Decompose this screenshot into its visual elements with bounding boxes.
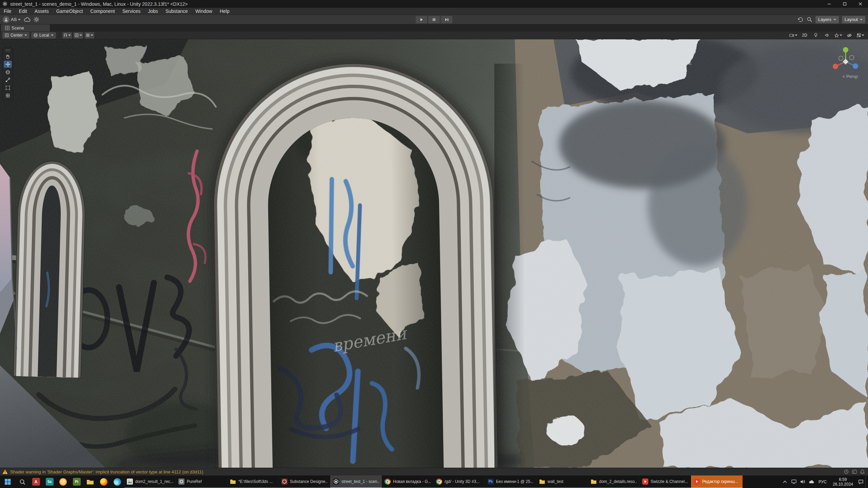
menu-assets[interactable]: Assets: [31, 8, 53, 15]
taskbar-window-walltest[interactable]: wall_test: [536, 475, 588, 488]
bell-icon[interactable]: [860, 469, 865, 474]
folder-icon: [86, 479, 94, 485]
pivot-mode-dropdown[interactable]: Center: [2, 32, 29, 39]
gizmo-z-axis[interactable]: [853, 63, 858, 69]
tray-cloud-icon[interactable]: [807, 480, 816, 484]
eye-hidden-icon: [847, 34, 852, 37]
step-button[interactable]: [441, 16, 452, 23]
camera-settings-dropdown[interactable]: [789, 32, 798, 39]
2d-mode-toggle[interactable]: 2D: [800, 32, 809, 39]
folder-icon: [539, 479, 545, 485]
taskbar-window-substance-designer[interactable]: Substance Designe...: [279, 475, 330, 488]
layout-dropdown[interactable]: Layout: [842, 16, 865, 23]
console-warning[interactable]: Shader warning in 'Shader Graphs/Master'…: [2, 469, 203, 474]
console-icon[interactable]: [852, 469, 857, 474]
gear-icon[interactable]: [34, 17, 39, 22]
projection-label[interactable]: < Persp: [843, 74, 858, 79]
pinned-edge[interactable]: [111, 475, 124, 488]
language-indicator[interactable]: РУС: [816, 480, 829, 484]
start-button[interactable]: [0, 475, 16, 488]
main-toolbar: AS: [0, 15, 868, 24]
effects-dropdown[interactable]: [833, 32, 843, 39]
taskbar-window-photoshop[interactable]: Ps Без имени-1 @ 25...: [485, 475, 536, 488]
tray-volume-icon[interactable]: [798, 480, 807, 484]
increment-snap-dropdown[interactable]: [74, 32, 83, 39]
grain-overlay: [0, 39, 868, 468]
menu-gameobject[interactable]: GameObject: [53, 8, 87, 15]
menu-help[interactable]: Help: [216, 8, 233, 15]
taskbar-window-screenshot-editor[interactable]: Редактор скринш...: [691, 475, 743, 488]
close-button[interactable]: [852, 0, 868, 8]
tray-clock[interactable]: 6:59 26.10.2024: [829, 477, 856, 487]
minimize-button[interactable]: [821, 0, 837, 8]
audio-toggle[interactable]: [822, 32, 832, 39]
menu-window[interactable]: Window: [192, 8, 216, 15]
gizmo-center-cube[interactable]: [843, 59, 849, 65]
menu-component[interactable]: Component: [86, 8, 118, 15]
view-tool-button[interactable]: [4, 53, 12, 60]
menu-substance[interactable]: Substance: [162, 8, 192, 15]
menu-jobs[interactable]: Jobs: [144, 8, 162, 15]
taskbar-window-label: *E:\files\Soft\3ds ...: [238, 479, 273, 484]
taskbar-window-image-viewer[interactable]: dom2_result_1_rec...: [124, 475, 176, 488]
layers-dropdown[interactable]: Layers: [815, 16, 839, 23]
taskbar-window-unity[interactable]: street_test_1 - scen...: [330, 475, 382, 488]
move-tool-button[interactable]: [4, 61, 12, 68]
account-dropdown[interactable]: AS: [3, 16, 21, 23]
activity-icon[interactable]: [844, 469, 849, 474]
cloud-icon[interactable]: [24, 17, 31, 22]
taskbar-window-youtube-swizzle[interactable]: Swizzle & Channel...: [639, 475, 691, 488]
play-button[interactable]: [416, 16, 427, 23]
menu-edit[interactable]: Edit: [15, 8, 31, 15]
tray-expand-button[interactable]: [781, 481, 789, 483]
taskbar-window-pureref[interactable]: PureRef: [176, 475, 227, 488]
substance-designer-icon: [281, 479, 288, 485]
taskbar-window-explorer[interactable]: *E:\files\Soft\3ds ...: [227, 475, 279, 488]
undo-history-icon[interactable]: [797, 17, 804, 23]
rotate-tool-button[interactable]: [4, 68, 12, 76]
pause-button[interactable]: [428, 16, 440, 23]
scene-viewport[interactable]: времени: [0, 39, 868, 468]
taskbar-search-button[interactable]: [16, 475, 29, 488]
chevron-down-icon: [68, 35, 71, 37]
gizmos-dropdown[interactable]: [856, 32, 865, 39]
pivot-icon: [5, 33, 9, 37]
pinned-app-orange[interactable]: [56, 475, 70, 488]
gizmo-x-axis[interactable]: [833, 64, 838, 69]
tray-display-icon[interactable]: [789, 480, 798, 484]
play-controls: [416, 16, 452, 23]
avatar: [3, 16, 9, 23]
scale-tool-button[interactable]: [4, 76, 12, 83]
lighting-toggle[interactable]: [811, 32, 821, 39]
transform-tool-button[interactable]: [4, 92, 12, 99]
show-desktop-button[interactable]: [865, 475, 868, 488]
taskbar-window-chrome-gd[interactable]: /gd/ - Unity 3D #3...: [433, 475, 485, 488]
rect-tool-button[interactable]: [4, 84, 12, 91]
taskbar-window-chrome-newtab[interactable]: Новая вкладка - G...: [382, 475, 433, 488]
maximize-button[interactable]: [837, 0, 852, 8]
pinned-file-explorer[interactable]: [83, 475, 97, 488]
unity-icon: [333, 479, 339, 485]
gizmo-y-axis[interactable]: [843, 47, 848, 53]
windows-taskbar: A Sa Pt dom2_result_1_rec...: [0, 475, 868, 488]
grid-snap-toggle[interactable]: [62, 32, 72, 39]
chevron-down-icon: [862, 35, 864, 37]
search-icon[interactable]: [807, 17, 812, 22]
tab-scene[interactable]: Scene: [1, 24, 50, 32]
pinned-app-sampler[interactable]: Sa: [43, 475, 56, 488]
pinned-app-painter[interactable]: Pt: [70, 475, 83, 488]
grid-visibility-dropdown[interactable]: [85, 32, 94, 39]
orientation-dropdown[interactable]: Local: [31, 32, 56, 39]
pivot-label: Center: [11, 33, 23, 38]
taskbar-window-label: dom_2_details.reso...: [599, 479, 637, 484]
globe-icon: [34, 33, 38, 37]
pinned-firefox[interactable]: [97, 475, 111, 488]
menu-services[interactable]: Services: [119, 8, 144, 15]
speaker-icon: [825, 33, 829, 37]
pinned-app-a[interactable]: A: [29, 475, 43, 488]
scene-visibility-toggle[interactable]: [845, 32, 854, 39]
action-center-button[interactable]: [856, 480, 865, 484]
taskbar-window-dom2-details[interactable]: dom_2_details.reso...: [588, 475, 639, 488]
menu-file[interactable]: File: [0, 8, 15, 15]
overlay-drag-handle[interactable]: [5, 49, 10, 51]
